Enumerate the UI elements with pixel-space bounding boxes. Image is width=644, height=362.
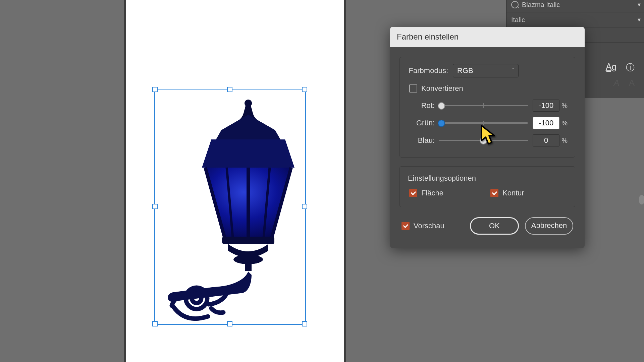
selection-handle[interactable]: [152, 321, 158, 326]
percent-label: %: [561, 102, 568, 110]
ok-button[interactable]: OK: [470, 217, 519, 235]
stroke-checkbox[interactable]: Kontur: [490, 189, 524, 197]
font-style-value: Italic: [511, 16, 525, 24]
convert-checkbox[interactable]: Konvertieren: [409, 84, 568, 93]
blue-label: Blau:: [407, 136, 435, 145]
selection-handle[interactable]: [302, 204, 307, 209]
red-value-input[interactable]: -100: [533, 100, 559, 112]
color-mode-select[interactable]: RGB ˇ: [453, 64, 519, 77]
selection-handle[interactable]: [152, 204, 158, 209]
info-icon[interactable]: ⓘ: [626, 62, 635, 73]
green-slider-thumb[interactable]: [438, 120, 445, 127]
selection-handle[interactable]: [302, 321, 307, 326]
checkbox-icon: [401, 222, 410, 230]
green-value-input[interactable]: -100: [533, 117, 559, 129]
selection-handle[interactable]: [227, 321, 232, 326]
stroke-label: Kontur: [502, 189, 524, 197]
color-mode-label: Farbmodus:: [407, 66, 448, 75]
checkbox-icon: [409, 189, 417, 197]
selection-handle[interactable]: [227, 87, 232, 92]
checkbox-icon: [409, 84, 417, 93]
selection-handle[interactable]: [302, 87, 307, 92]
chevron-down-icon: ˇ: [513, 68, 514, 74]
selection-handle[interactable]: [152, 87, 158, 92]
green-slider[interactable]: [439, 122, 528, 124]
red-slider-thumb[interactable]: [438, 102, 445, 110]
convert-label: Konvertieren: [421, 84, 463, 93]
blue-slider-thumb[interactable]: [480, 137, 487, 144]
font-family-value: Blazma Italic: [522, 1, 560, 9]
type-style-icon: A: [629, 78, 635, 88]
slider-center-tick: [483, 121, 484, 125]
font-family-select[interactable]: Blazma Italic ▾: [506, 0, 644, 12]
blue-value-input[interactable]: 0: [533, 134, 559, 146]
dialog-title: Farben einstellen: [390, 27, 585, 47]
fill-checkbox[interactable]: Fläche: [409, 189, 443, 197]
checkbox-icon: [490, 189, 498, 197]
glyph-icon[interactable]: A̲g: [606, 62, 616, 73]
percent-label: %: [561, 137, 568, 144]
scrollbar-thumb[interactable]: [639, 195, 644, 204]
selection-bounds[interactable]: [154, 89, 306, 325]
options-title: Einstellungsoptionen: [408, 174, 568, 183]
chevron-down-icon: ▾: [638, 1, 641, 8]
preview-label: Vorschau: [414, 222, 444, 230]
search-icon: [511, 1, 519, 8]
cancel-button[interactable]: Abbrechen: [525, 217, 573, 235]
options-section: Einstellungsoptionen Fläche Kontur: [399, 166, 575, 207]
color-mode-section: Farbmodus: RGB ˇ Konvertieren Rot: -100 …: [399, 57, 575, 158]
color-mode-value: RGB: [457, 66, 473, 75]
preview-checkbox[interactable]: Vorschau: [401, 222, 444, 230]
green-label: Grün:: [407, 119, 435, 127]
slider-center-tick: [483, 103, 484, 108]
red-slider[interactable]: [439, 105, 528, 106]
blue-slider[interactable]: [439, 140, 528, 141]
chevron-down-icon: ▾: [638, 16, 641, 23]
type-style-icon: A: [613, 78, 619, 88]
font-style-select[interactable]: Italic ▾: [506, 12, 644, 27]
percent-label: %: [561, 119, 568, 127]
adjust-colors-dialog: Farben einstellen Farbmodus: RGB ˇ Konve…: [390, 27, 585, 248]
fill-label: Fläche: [421, 189, 443, 197]
red-label: Rot:: [407, 101, 435, 110]
